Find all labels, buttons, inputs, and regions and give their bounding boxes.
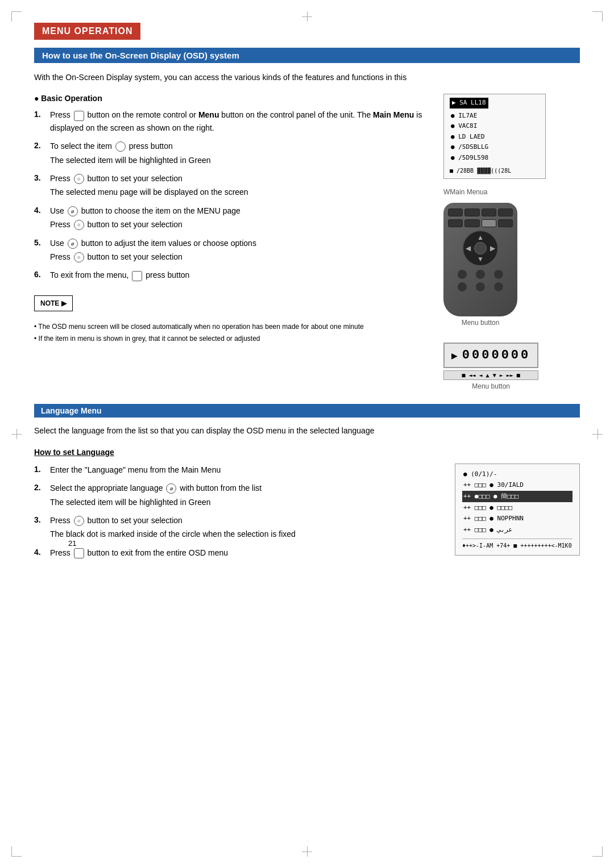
remote-btn-2 <box>475 269 486 279</box>
intro-text: With the On-Screen Display system, you c… <box>34 71 580 84</box>
lang-osd-item-5: ++ □□□ ● عربي <box>462 524 572 536</box>
step-5-num: 5. <box>34 237 47 265</box>
how-to-set-heading: How to set Language <box>34 448 580 457</box>
note-label: NOTE ▶ <box>34 295 73 311</box>
note-item-2: If the item in menu is shown in grey, th… <box>34 333 430 344</box>
remote-btn-menu <box>482 219 496 227</box>
lang-step-4-btn <box>74 548 84 558</box>
osd-numeric-arrow: ▶ <box>451 349 460 362</box>
step-6: 6. To exit from the menu, press button <box>34 269 430 282</box>
osd-menu-item-5: ● /5D9L598 <box>450 153 540 164</box>
lang-step-2-num: 2. <box>34 482 47 510</box>
remote-btn-vol-dn <box>464 219 479 227</box>
step-4-btn-icon-use: ⌀ <box>68 206 78 216</box>
remote-btn-sv <box>498 208 513 216</box>
lang-osd-row: 1. Enter the "Language" menu from the Ma… <box>34 464 580 565</box>
osd-menu-bottom-bar: ■ /28BB ▓▓▓▓(((28L <box>450 166 540 175</box>
basic-operation-heading: Basic Operation <box>34 94 430 103</box>
remote-nav-right: ▶ <box>490 244 495 252</box>
how-to-use-header: How to use the On-Screen Display (OSD) s… <box>34 48 580 63</box>
step-6-num: 6. <box>34 269 47 282</box>
note-item-1: The OSD menu screen will be closed autom… <box>34 322 430 332</box>
osd-menu-item-2: ● VAC8I <box>450 121 540 132</box>
lang-steps: 1. Enter the "Language" menu from the Ma… <box>34 464 441 565</box>
step-3-content: Press ○ button to set your selection The… <box>50 172 430 200</box>
crosshair-left <box>11 429 22 439</box>
remote-control: ▲ ▼ ◀ ▶ <box>443 203 517 316</box>
language-content: How to set Language 1. Enter the "Langua… <box>34 448 580 565</box>
lang-step-3: 3. Press ○ button to set your selection … <box>34 514 441 542</box>
lang-osd-bottom-bar: ♦++>-I-AM +74+ ■ +++++++++<-M1K0 <box>462 539 572 550</box>
remote-btn-pc <box>448 208 463 216</box>
remote-section: ▲ ▼ ◀ ▶ Menu <box>443 203 517 327</box>
lang-step-3-btn: ○ <box>74 516 84 526</box>
lang-osd-box: ● (0/1)/- ++ □□□ ● 30/IALD ++ ●□□□ ● 簡□□… <box>455 464 580 556</box>
osd-numeric-bar: ■ ◄◄ ◄ ▲ ▼ ► ►► ■ <box>443 370 538 380</box>
lang-step-4-content: Press button to exit from the entire OSD… <box>50 546 441 560</box>
lang-step-3-content: Press ○ button to set your selection The… <box>50 514 441 542</box>
remote-btn-vol-up <box>448 219 463 227</box>
osd-menu-item-4: ● /SDSBLLG <box>450 142 540 153</box>
remote-btn-4 <box>457 282 467 292</box>
step-3-num: 3. <box>34 172 47 200</box>
step-5: 5. Use ⌀ button to adjust the item value… <box>34 237 430 265</box>
lang-step-1-num: 1. <box>34 464 47 477</box>
crosshair-top <box>302 11 312 22</box>
remote-top-buttons <box>448 208 513 216</box>
remote-btn-6 <box>493 282 504 292</box>
step-1-content: Press button on the remote control or Me… <box>50 108 430 135</box>
corner-mark-tr <box>592 11 603 22</box>
lang-step-2-content: Select the appropriate language ⌀ with b… <box>50 482 441 510</box>
step-5-content: Use ⌀ button to adjust the item values o… <box>50 237 430 265</box>
step-4: 4. Use ⌀ button to choose the item on th… <box>34 205 430 232</box>
step-5-btn-icon-press: ○ <box>74 252 84 262</box>
step-1-num: 1. <box>34 108 47 135</box>
lang-step-1: 1. Enter the "Language" menu from the Ma… <box>34 464 441 477</box>
osd-menu-item-1: ● IL7AE <box>450 111 540 122</box>
step-1-btn-icon <box>74 111 84 121</box>
main-right: ▶ SA LL18 ● IL7AE ● VAC8I ● LD LAED ● /S… <box>443 94 580 390</box>
remote-btn-1 <box>457 269 467 279</box>
note-content: The OSD menu screen will be closed autom… <box>34 322 430 344</box>
lang-step-4-num: 4. <box>34 546 47 560</box>
main-section: Basic Operation 1. Press button on the r… <box>34 94 580 390</box>
remote-btn-tv <box>464 208 479 216</box>
crosshair-right <box>592 429 603 439</box>
lang-step-2: 2. Select the appropriate language ⌀ wit… <box>34 482 441 510</box>
step-2: 2. To select the item press button The s… <box>34 140 430 168</box>
step-2-content: To select the item press button The sele… <box>50 140 430 168</box>
lang-osd-item-3: ++ □□□ ● □□□□ <box>462 502 572 514</box>
page-number: 21 <box>68 539 76 548</box>
lang-step-3-num: 3. <box>34 514 47 542</box>
osd-menu-title: ▶ SA LL18 <box>450 98 488 108</box>
step-4-btn-icon-press: ○ <box>74 220 84 230</box>
step-6-content: To exit from the menu, press button <box>50 269 430 282</box>
language-section: Language Menu Select the language from t… <box>34 404 580 565</box>
page-content: MENU OPERATION How to use the On-Screen … <box>34 23 580 565</box>
language-menu-header: Language Menu <box>34 404 580 418</box>
remote-btn-av <box>482 208 496 216</box>
remote-btn-5 <box>475 282 486 292</box>
lang-osd-item-4: ++ □□□ ● NOPPHNN <box>462 513 572 524</box>
remote-nav-down: ▼ <box>477 255 484 263</box>
lang-step-1-content: Enter the "Language" menu from the Main … <box>50 464 441 477</box>
osd-numeric-display: ▶ 0000000 <box>443 343 538 368</box>
corner-mark-tl <box>11 11 22 22</box>
lang-osd-item-2: ++ ●□□□ ● 簡□□□ <box>462 491 572 502</box>
remote-nav-ring: ▲ ▼ ◀ ▶ <box>462 230 499 266</box>
corner-mark-br <box>592 846 603 857</box>
menu-button-label: Menu button <box>462 319 500 327</box>
step-6-btn-icon <box>132 271 142 281</box>
lang-osd-header-line: ● (0/1)/- <box>462 469 572 480</box>
osd-menu-label: WMain Menua <box>443 188 487 196</box>
lang-step-4: 4. Press button to exit from the entire … <box>34 546 441 560</box>
step-3-btn-icon: ○ <box>74 174 84 184</box>
osd-numeric-label: Menu button <box>443 382 538 390</box>
step-3: 3. Press ○ button to set your selection … <box>34 172 430 200</box>
remote-bottom-buttons <box>454 269 506 292</box>
remote-top-buttons-2 <box>448 219 513 227</box>
language-intro: Select the language from the list so tha… <box>34 424 580 437</box>
osd-main-menu-box: ▶ SA LL18 ● IL7AE ● VAC8I ● LD LAED ● /S… <box>443 94 546 179</box>
osd-menu-item-3: ● LD LAED <box>450 132 540 143</box>
step-4-num: 4. <box>34 205 47 232</box>
